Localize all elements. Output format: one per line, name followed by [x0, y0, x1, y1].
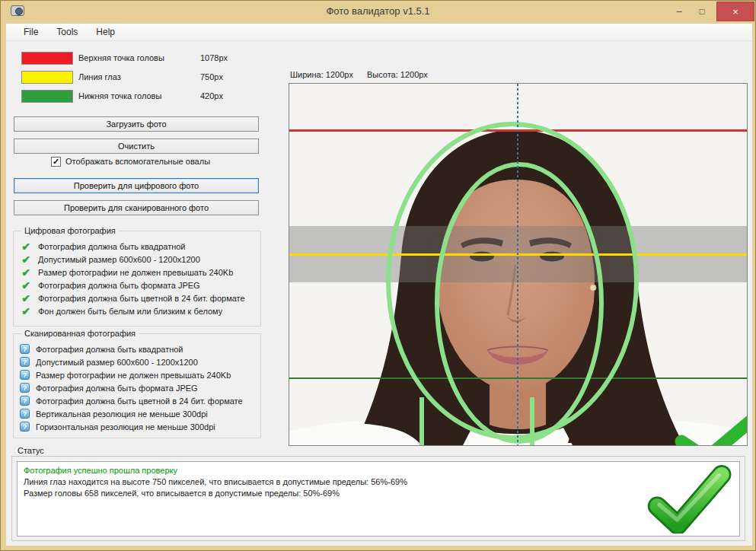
- show-ovals-checkbox[interactable]: ✓: [51, 157, 61, 167]
- check-icon: ✔: [20, 293, 32, 304]
- requirement-item: ✔Фотография должна быть квадратной: [20, 240, 257, 253]
- legend-value: 420px: [200, 91, 223, 100]
- status-line-head: Размер головы 658 пикселей, что вписывае…: [24, 489, 340, 498]
- group-title: Сканированная фотография: [21, 329, 139, 338]
- requirement-item: ✔Фотография должна быть формата JPEG: [20, 279, 257, 291]
- status-line-result: Фотография успешно прошла проверку: [24, 466, 177, 475]
- menu-file[interactable]: File: [15, 24, 46, 40]
- requirement-item: ✔Допустимый размер 600x600 - 1200x1200: [20, 253, 257, 266]
- group-title: Цифровая фотография: [21, 226, 119, 235]
- check-icon: ✔: [20, 267, 32, 278]
- success-check-icon: [642, 465, 732, 533]
- legend-label: Нижняя точка головы: [78, 91, 161, 100]
- minimize-button[interactable]: –: [668, 4, 690, 21]
- requirement-item: ?Горизонтальная резолюция не меньше 300d…: [20, 420, 257, 433]
- requirement-item: ✔Фотография должна быть цветной в 24 бит…: [20, 291, 257, 304]
- maximize-button[interactable]: □: [691, 4, 713, 21]
- photo-watermark-check-icon: [681, 417, 747, 445]
- question-icon: ?: [20, 370, 30, 380]
- legend-value: 750px: [200, 72, 223, 81]
- center-guide-line: [517, 84, 518, 445]
- question-icon: ?: [20, 344, 30, 354]
- close-button[interactable]: ×: [716, 2, 754, 21]
- menu-help[interactable]: Help: [88, 24, 123, 40]
- green-swatch: [21, 90, 73, 103]
- load-photo-button[interactable]: Загрузить фото: [14, 116, 259, 132]
- question-icon: ?: [20, 422, 30, 432]
- title-bar: Фото валидатор v1.5.1 – □ ×: [1, 1, 755, 24]
- show-ovals-label[interactable]: Отображать вспомогательные овалы: [65, 157, 210, 166]
- status-group: Фотография успешно прошла проверку Линия…: [11, 456, 745, 541]
- status-group-title: Статус: [18, 446, 44, 455]
- requirement-item: ?Фотография должна быть квадратной: [20, 342, 257, 355]
- photo-width-label: Ширина: 1200px: [290, 70, 353, 79]
- window-title: Фото валидатор v1.5.1: [1, 5, 755, 17]
- requirement-item: ?Фотография должна быть формата JPEG: [20, 381, 257, 394]
- check-digital-button[interactable]: Проверить для цифрового фото: [14, 178, 259, 193]
- clear-button[interactable]: Очистить: [14, 139, 259, 154]
- app-window: Фото валидатор v1.5.1 – □ × File Tools H…: [0, 0, 756, 551]
- legend-value: 1078px: [200, 53, 228, 62]
- check-scanned-button[interactable]: Проверить для сканированного фото: [14, 200, 259, 215]
- requirement-item: ?Допустимый размер 600x600 - 1200x1200: [20, 355, 257, 368]
- photo-dimensions: Ширина: 1200px Высота: 1200px: [290, 70, 428, 79]
- question-icon: ?: [20, 357, 30, 367]
- yellow-swatch: [21, 71, 73, 84]
- check-icon: ✔: [20, 254, 32, 265]
- check-icon: ✔: [20, 241, 32, 252]
- question-icon: ?: [20, 409, 30, 419]
- legend-label: Линия глаз: [78, 72, 121, 81]
- requirement-item: ?Размер фотографии не должен превышать 2…: [20, 368, 257, 381]
- requirement-item: ?Вертикальная резолюция не меньше 300dpi: [20, 407, 257, 420]
- check-icon: ✔: [20, 306, 32, 317]
- content-area: Верхняя точка головы 1078px Линия глаз 7…: [6, 41, 752, 546]
- scanned-photo-group: Сканированная фотография ?Фотография дол…: [13, 333, 261, 438]
- legend-label: Верхняя точка головы: [78, 53, 164, 62]
- check-icon: ✔: [20, 280, 32, 291]
- menu-tools[interactable]: Tools: [48, 24, 86, 40]
- question-icon: ?: [20, 396, 30, 406]
- photo-height-label: Высота: 1200px: [367, 70, 428, 79]
- requirement-item: ✔Размер фотографии не должен превышать 2…: [20, 266, 257, 279]
- status-panel: Фотография успешно прошла проверку Линия…: [17, 461, 740, 537]
- requirement-item: ✔Фон должен быть белым или близким к бел…: [20, 304, 257, 317]
- requirement-item: ?Фотография должна быть цветной в 24 бит…: [20, 394, 257, 407]
- menu-bar: File Tools Help: [6, 24, 752, 41]
- question-icon: ?: [20, 383, 30, 393]
- digital-photo-group: Цифровая фотография ✔Фотография должна б…: [13, 231, 261, 326]
- red-swatch: [21, 52, 73, 65]
- photo-preview: [289, 83, 748, 446]
- status-line-eyes: Линия глаз находится на высоте 750 пиксе…: [24, 477, 407, 486]
